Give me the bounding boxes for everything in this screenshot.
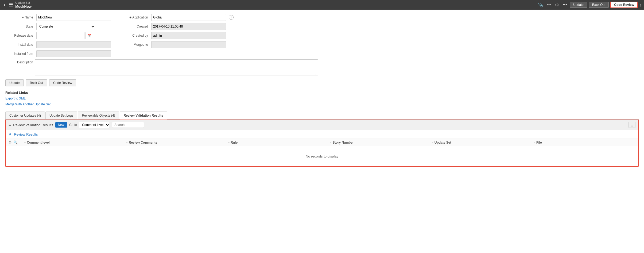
created-group: Created xyxy=(123,23,226,30)
created-by-input xyxy=(151,32,226,39)
panel-collapse-button[interactable]: ⊟ xyxy=(629,122,635,128)
panel-menu-icon[interactable]: ≡ xyxy=(9,122,11,127)
tabs-bar: Customer Updates (4) Update Set Logs Rev… xyxy=(5,112,639,120)
panel-new-button[interactable]: New xyxy=(55,122,67,128)
settings-icon[interactable]: ⚙ xyxy=(9,140,12,144)
table-header: ⚙ 🔍 ≡ Comment level ≡ Review Comments ≡ … xyxy=(6,139,638,146)
merged-to-group: Merged to xyxy=(123,41,226,48)
col-story-number[interactable]: ≡ Story Number xyxy=(330,141,432,144)
scroll-up-button[interactable]: ↑ xyxy=(639,2,642,8)
panel-toolbar: ≡ Review Validation Results New Go to Co… xyxy=(6,120,638,130)
release-date-group: Release date 📅 xyxy=(5,32,112,39)
form-row-2: State In progress Complete Ignore Create… xyxy=(5,23,639,30)
col-sort-icon-6: ≡ xyxy=(534,141,535,144)
install-date-label: Install date xyxy=(5,43,35,47)
goto-label: Go to xyxy=(69,123,77,127)
merged-to-input xyxy=(151,41,226,48)
col-rule[interactable]: ≡ Rule xyxy=(228,141,330,144)
description-row: Description xyxy=(5,59,639,76)
state-group: State In progress Complete Ignore xyxy=(5,23,112,30)
form-area: Name Application i State In progress Com… xyxy=(0,10,644,170)
application-group: Application i xyxy=(123,14,234,21)
name-label: Name xyxy=(5,16,35,19)
tab-reviewable-objects[interactable]: Reviewable Objects (4) xyxy=(78,112,119,119)
description-textarea[interactable] xyxy=(35,59,318,75)
form-row-1: Name Application i xyxy=(5,14,639,21)
filter-icon[interactable]: ⚲ xyxy=(9,132,11,136)
dots-icon[interactable]: ••• xyxy=(561,2,568,8)
release-date-input[interactable] xyxy=(36,32,84,39)
col-update-set[interactable]: ≡ Update Set xyxy=(432,141,533,144)
merged-to-label: Merged to xyxy=(123,43,150,47)
pulse-icon[interactable]: 〜 xyxy=(546,2,552,8)
related-links-title: Related Links xyxy=(5,91,639,95)
tab-review-validation-results[interactable]: Review Validation Results xyxy=(120,112,167,120)
col-sort-icon-5: ≡ xyxy=(432,141,433,144)
panel-search-input[interactable] xyxy=(112,122,144,128)
app-header: ‹ ☰ Update Set MockNow 📎 〜 ⚙ ••• Update … xyxy=(0,0,644,10)
merge-link[interactable]: Merge With Another Update Set xyxy=(5,102,639,108)
header-codereview-button[interactable]: Code Review xyxy=(610,2,638,8)
goto-select[interactable]: Comment level xyxy=(79,122,110,128)
created-input xyxy=(151,23,226,30)
name-input[interactable] xyxy=(36,14,111,21)
created-label: Created xyxy=(123,25,150,28)
created-by-label: Created by xyxy=(123,34,150,37)
backout-button[interactable]: Back Out xyxy=(26,79,47,86)
info-icon[interactable]: i xyxy=(229,15,234,20)
codereview-button[interactable]: Code Review xyxy=(49,79,76,86)
calendar-icon[interactable]: 📅 xyxy=(86,32,93,39)
form-row-5: Installed from xyxy=(5,50,639,57)
export-xml-link[interactable]: Export to XML xyxy=(5,96,639,102)
review-subheader: ⚲ Review Results xyxy=(6,130,638,139)
action-buttons-row: Update Back Out Code Review xyxy=(5,79,639,86)
search-icon[interactable]: 🔍 xyxy=(13,140,18,144)
tab-customer-updates[interactable]: Customer Updates (4) xyxy=(5,112,45,119)
installed-from-group: Installed from xyxy=(5,50,112,57)
header-title-sub: MockNow xyxy=(15,5,535,9)
hamburger-icon[interactable]: ☰ xyxy=(9,2,13,8)
state-select[interactable]: In progress Complete Ignore xyxy=(36,23,95,30)
form-row-4: Install date Merged to xyxy=(5,41,639,48)
col-file[interactable]: ≡ File xyxy=(534,141,635,144)
description-field xyxy=(35,59,318,76)
description-label: Description xyxy=(5,59,35,64)
col-sort-icon-3: ≡ xyxy=(228,141,230,144)
header-backout-button[interactable]: Back Out xyxy=(589,2,609,8)
back-button[interactable]: ‹ xyxy=(2,2,7,8)
install-date-group: Install date xyxy=(5,41,112,48)
related-links: Related Links Export to XML Merge With A… xyxy=(5,91,639,107)
col-sort-icon-2: ≡ xyxy=(126,141,127,144)
col-sort-icon: ≡ xyxy=(24,141,26,144)
no-records-message: No records to display xyxy=(6,146,638,166)
paperclip-icon[interactable]: 📎 xyxy=(537,2,544,8)
install-date-input xyxy=(36,41,111,48)
release-date-field-wrap: 📅 xyxy=(36,32,93,39)
release-date-label: Release date xyxy=(5,34,35,37)
review-validation-panel: ≡ Review Validation Results New Go to Co… xyxy=(5,120,639,167)
form-row-3: Release date 📅 Created by xyxy=(5,32,639,39)
table-columns: ≡ Comment level ≡ Review Comments ≡ Rule… xyxy=(24,141,635,144)
created-by-group: Created by xyxy=(123,32,226,39)
installed-from-input xyxy=(36,50,111,57)
sliders-icon[interactable]: ⚙ xyxy=(554,2,560,8)
header-title-main: Update Set xyxy=(15,1,535,5)
tab-update-set-logs[interactable]: Update Set Logs xyxy=(45,112,77,119)
application-label: Application xyxy=(123,16,150,19)
update-button[interactable]: Update xyxy=(5,79,24,86)
header-title: Update Set MockNow xyxy=(15,1,535,9)
state-label: State xyxy=(5,25,35,28)
review-results-link[interactable]: Review Results xyxy=(14,132,38,136)
panel-title: Review Validation Results xyxy=(13,123,53,127)
col-review-comments[interactable]: ≡ Review Comments xyxy=(126,141,228,144)
table-header-icons: ⚙ 🔍 xyxy=(9,140,22,144)
application-input[interactable] xyxy=(151,14,226,21)
header-icons: 📎 〜 ⚙ ••• Update Back Out Code Review ↑ xyxy=(537,2,642,8)
header-update-button[interactable]: Update xyxy=(570,2,587,8)
col-comment-level[interactable]: ≡ Comment level xyxy=(24,141,126,144)
name-group: Name xyxy=(5,14,112,21)
installed-from-label: Installed from xyxy=(5,52,35,56)
col-sort-icon-4: ≡ xyxy=(330,141,331,144)
